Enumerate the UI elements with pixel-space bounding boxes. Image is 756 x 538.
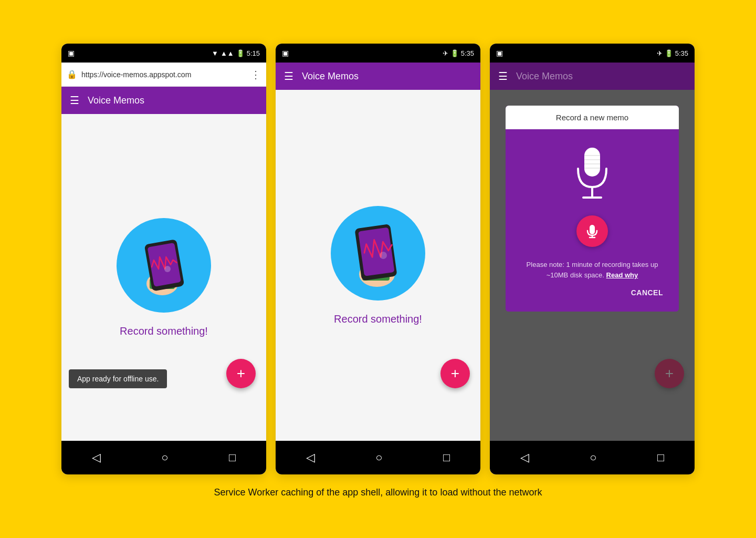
svg-point-11 xyxy=(380,252,387,259)
airplane-icon-3: ✈ xyxy=(657,49,663,57)
svg-rect-10 xyxy=(358,227,394,276)
phone-3: ▣ ✈ 🔋 5:35 ☰ Voice Memos Record a new me… xyxy=(490,44,695,474)
phone-illust-svg-2 xyxy=(346,216,410,290)
app-bar-1: ☰ Voice Memos xyxy=(61,87,266,114)
hamburger-menu-2[interactable]: ☰ xyxy=(284,70,293,82)
app-content-2: Record something! + xyxy=(276,90,480,441)
app-content-1: Record something! App ready for offline … xyxy=(61,114,266,441)
app-title-2: Voice Memos xyxy=(302,71,359,82)
lock-icon: 🔒 xyxy=(67,69,77,79)
status-bar-3: ▣ ✈ 🔋 5:35 xyxy=(490,44,695,63)
phones-container: ▣ ▼ ▲▲ 🔋 5:15 🔒 https://voice-memos.apps… xyxy=(61,44,695,474)
record-text-1: Record something! xyxy=(120,325,208,337)
dialog-note: Please note: 1 minute of recording takes… xyxy=(516,260,668,280)
bottom-nav-3: ◁ ○ □ xyxy=(490,441,695,474)
app-title-3: Voice Memos xyxy=(516,71,573,82)
back-btn-1[interactable]: ◁ xyxy=(92,451,101,464)
record-text-2: Record something! xyxy=(334,313,422,325)
status-icons-2: ✈ 🔋 5:35 xyxy=(443,49,474,57)
mic-illustration xyxy=(569,145,616,205)
browser-bar: 🔒 https://voice-memos.appspot.com ⋮ xyxy=(61,63,266,87)
record-dialog: Record a new memo xyxy=(506,106,679,312)
app-content-3: Record a new memo xyxy=(490,90,695,441)
svg-point-5 xyxy=(164,266,171,272)
recents-btn-3[interactable]: □ xyxy=(657,451,664,464)
status-bar-2: ▣ ✈ 🔋 5:35 xyxy=(276,44,480,63)
wifi-icon: ▼ xyxy=(212,49,218,57)
svg-rect-19 xyxy=(590,225,595,234)
hamburger-menu-1[interactable]: ☰ xyxy=(70,94,79,107)
dialog-body: Please note: 1 minute of recording takes… xyxy=(506,129,679,312)
dialog-overlay: Record a new memo xyxy=(490,90,695,441)
phone-illust-svg-1 xyxy=(135,231,193,299)
battery-icon-2: 🔋 xyxy=(450,49,459,57)
back-btn-2[interactable]: ◁ xyxy=(306,451,315,464)
app-bar-2: ☰ Voice Memos xyxy=(276,63,480,90)
airplane-icon: ✈ xyxy=(443,49,448,57)
home-btn-2[interactable]: ○ xyxy=(375,451,382,464)
phone-2: ▣ ✈ 🔋 5:35 ☰ Voice Memos xyxy=(276,44,480,474)
mic-small-icon xyxy=(585,224,600,239)
recents-btn-2[interactable]: □ xyxy=(443,451,450,464)
time-3: 5:35 xyxy=(675,49,688,57)
dialog-cancel-btn[interactable]: CANCEL xyxy=(516,288,668,301)
battery-icon: 🔋 xyxy=(236,49,245,57)
battery-icon-3: 🔋 xyxy=(665,49,673,57)
bottom-nav-1: ◁ ○ □ xyxy=(61,441,266,474)
time-2: 5:35 xyxy=(461,49,474,57)
phone-illust-2 xyxy=(331,206,425,301)
more-icon[interactable]: ⋮ xyxy=(250,68,261,81)
fab-2[interactable]: + xyxy=(440,359,470,388)
device-icon-3: ▣ xyxy=(496,49,503,57)
fab-1[interactable]: + xyxy=(226,359,256,388)
app-bar-3: ☰ Voice Memos xyxy=(490,63,695,90)
mic-record-btn[interactable] xyxy=(576,215,608,247)
app-title-1: Voice Memos xyxy=(88,95,144,106)
signal-icon: ▲▲ xyxy=(220,49,234,57)
back-btn-3[interactable]: ◁ xyxy=(520,451,529,464)
status-icons-1: ▼ ▲▲ 🔋 5:15 xyxy=(212,49,260,57)
hamburger-menu-3[interactable]: ☰ xyxy=(498,70,508,82)
phone-illust-1 xyxy=(117,218,211,313)
caption: Service Worker caching of the app shell,… xyxy=(214,486,542,499)
dialog-title: Record a new memo xyxy=(506,106,679,129)
recents-btn-1[interactable]: □ xyxy=(229,451,236,464)
phone-1: ▣ ▼ ▲▲ 🔋 5:15 🔒 https://voice-memos.apps… xyxy=(61,44,266,474)
mic-svg xyxy=(569,145,616,203)
url-bar[interactable]: https://voice-memos.appspot.com xyxy=(81,70,246,79)
circle-illustration-2 xyxy=(331,206,425,301)
bottom-nav-2: ◁ ○ □ xyxy=(276,441,480,474)
svg-rect-12 xyxy=(584,148,600,177)
time-1: 5:15 xyxy=(247,49,260,57)
circle-illustration-1 xyxy=(117,218,211,313)
snackbar-1: App ready for offline use. xyxy=(69,369,167,388)
status-bar-1: ▣ ▼ ▲▲ 🔋 5:15 xyxy=(61,44,266,63)
home-btn-1[interactable]: ○ xyxy=(161,451,168,464)
status-icons-3: ✈ 🔋 5:35 xyxy=(657,49,688,57)
home-btn-3[interactable]: ○ xyxy=(590,451,596,464)
read-why-link[interactable]: Read why xyxy=(606,271,638,279)
device-icon-1: ▣ xyxy=(68,49,75,57)
device-icon-2: ▣ xyxy=(282,49,289,57)
